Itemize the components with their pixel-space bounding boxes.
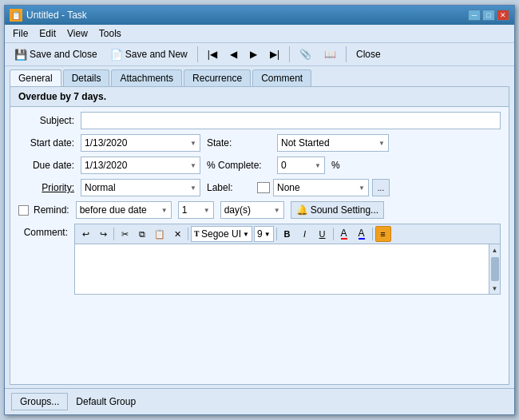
- paste-button[interactable]: 📋: [152, 226, 168, 242]
- remind-unit-arrow: ▼: [274, 207, 280, 214]
- save-new-icon: 📄: [110, 48, 123, 61]
- redo-button[interactable]: ↪: [95, 226, 111, 242]
- addressbook-button[interactable]: 📖: [319, 46, 341, 62]
- close-toolbar-label: Close: [356, 49, 381, 60]
- menu-view[interactable]: View: [62, 26, 93, 41]
- toolbar-sep-2: [289, 46, 290, 62]
- label-arrow: ▼: [359, 184, 365, 192]
- align-button[interactable]: ≡: [375, 226, 391, 242]
- sound-label: Sound Setting...: [311, 204, 378, 216]
- italic-button[interactable]: I: [297, 226, 313, 242]
- start-date-arrow: ▼: [190, 140, 196, 147]
- remind-unit-dropdown[interactable]: day(s) ▼: [220, 201, 284, 219]
- font-name-arrow: ▼: [243, 231, 249, 238]
- tab-recurrence[interactable]: Recurrence: [184, 69, 251, 86]
- remind-before-value: before due date: [80, 204, 147, 216]
- font-color-button[interactable]: A: [336, 226, 352, 242]
- nav-prev-button[interactable]: ◀: [225, 46, 242, 62]
- undo-button[interactable]: ↩: [77, 226, 93, 242]
- form-area: Subject: Start date: 1/13/2020 ▼ State: …: [10, 107, 509, 224]
- font-name-dropdown[interactable]: 𝐓 Segoe UI ▼: [191, 226, 252, 242]
- nav-last-icon: ▶|: [270, 49, 279, 60]
- scroll-up-button[interactable]: ▲: [489, 244, 501, 256]
- editor-sep-3: [276, 228, 277, 240]
- comment-label-row: Comment: ↩ ↪ ✂ ⧉ 📋 ✕ 𝐓 Segoe: [18, 224, 501, 381]
- save-close-button[interactable]: 💾 Save and Close: [10, 46, 102, 63]
- font-size-dropdown[interactable]: 9 ▼: [254, 226, 274, 242]
- content-area: Overdue by 7 days. Subject: Start date: …: [10, 86, 509, 385]
- nav-first-button[interactable]: |◀: [203, 46, 222, 62]
- remind-row: Remind: before due date ▼ 1 ▼ day(s) ▼ 🔔…: [18, 201, 501, 219]
- scrollbar[interactable]: ▲ ▼: [489, 244, 500, 294]
- priority-value: Normal: [85, 182, 116, 193]
- save-new-button[interactable]: 📄 Save and New: [105, 46, 192, 63]
- start-date-value: 1/13/2020: [85, 137, 127, 149]
- comment-label: Comment:: [18, 224, 68, 238]
- cut-button[interactable]: ✂: [117, 226, 133, 242]
- scroll-thumb[interactable]: [491, 257, 499, 281]
- label-box: None ▼ ...: [257, 179, 390, 196]
- label-value: None: [277, 182, 300, 193]
- title-bar: 📋 Untitled - Task ─ □ ✕: [5, 6, 514, 25]
- nav-next-button[interactable]: ▶: [245, 46, 262, 62]
- subject-row: Subject:: [18, 112, 501, 129]
- nav-prev-icon: ◀: [230, 49, 237, 60]
- scroll-down-button[interactable]: ▼: [489, 283, 501, 294]
- priority-arrow: ▼: [190, 184, 196, 192]
- priority-dropdown[interactable]: Normal ▼: [81, 179, 200, 196]
- start-date-dropdown[interactable]: 1/13/2020 ▼: [81, 134, 200, 152]
- menu-file[interactable]: File: [8, 26, 33, 41]
- title-controls: ─ □ ✕: [468, 10, 509, 21]
- bottom-bar: Groups... Default Group: [5, 388, 514, 414]
- tab-general[interactable]: General: [10, 69, 61, 86]
- state-label: State:: [207, 137, 271, 149]
- maximize-button[interactable]: □: [482, 10, 495, 21]
- save-new-label: Save and New: [125, 49, 188, 60]
- state-dropdown[interactable]: Not Started ▼: [277, 134, 389, 152]
- subject-input[interactable]: [81, 112, 501, 129]
- due-date-arrow: ▼: [190, 162, 196, 169]
- bold-button[interactable]: B: [279, 226, 295, 242]
- editor-sep-2: [188, 228, 188, 240]
- tab-comment[interactable]: Comment: [252, 69, 311, 86]
- pct-symbol: %: [331, 160, 340, 171]
- pct-dropdown[interactable]: 0 ▼: [277, 157, 325, 174]
- sound-setting-button[interactable]: 🔔 Sound Setting...: [291, 201, 384, 219]
- due-date-dropdown[interactable]: 1/13/2020 ▼: [81, 157, 200, 174]
- font-name-value: Segoe UI: [201, 228, 241, 240]
- remind-unit-value: day(s): [224, 204, 251, 216]
- priority-label-row: Priority: Normal ▼ Label: None ▼ ...: [18, 179, 501, 196]
- menu-edit[interactable]: Edit: [34, 26, 61, 41]
- remind-label: Remind:: [34, 204, 69, 216]
- save-close-label: Save and Close: [30, 49, 97, 60]
- nav-last-button[interactable]: ▶|: [265, 46, 284, 62]
- editor-body[interactable]: [75, 244, 489, 294]
- label-dropdown[interactable]: None ▼: [273, 179, 369, 196]
- menu-bar: File Edit View Tools: [5, 25, 514, 43]
- close-window-button[interactable]: ✕: [497, 10, 509, 21]
- nav-first-icon: |◀: [208, 49, 217, 60]
- groups-button[interactable]: Groups...: [11, 393, 68, 410]
- close-toolbar-button[interactable]: Close: [351, 46, 386, 62]
- editor-sep-5: [372, 228, 373, 240]
- delete-button[interactable]: ✕: [169, 226, 185, 242]
- tab-attachments[interactable]: Attachments: [111, 69, 182, 86]
- remind-checkbox[interactable]: [18, 205, 29, 216]
- highlight-button[interactable]: A: [354, 226, 370, 242]
- state-arrow: ▼: [378, 140, 385, 147]
- minimize-button[interactable]: ─: [468, 10, 481, 21]
- underline-button[interactable]: U: [315, 226, 331, 242]
- tab-details[interactable]: Details: [63, 69, 110, 86]
- comment-editor: ↩ ↪ ✂ ⧉ 📋 ✕ 𝐓 Segoe UI ▼: [74, 224, 501, 295]
- editor-toolbar: ↩ ↪ ✂ ⧉ 📋 ✕ 𝐓 Segoe UI ▼: [75, 224, 500, 244]
- menu-tools[interactable]: Tools: [94, 26, 126, 41]
- highlight-a: A: [359, 228, 365, 240]
- remind-num-dropdown[interactable]: 1 ▼: [178, 201, 214, 219]
- remind-num-value: 1: [182, 204, 188, 216]
- copy-button[interactable]: ⧉: [134, 226, 150, 242]
- attach-button[interactable]: 📎: [295, 46, 316, 62]
- remind-before-dropdown[interactable]: before due date ▼: [76, 201, 172, 219]
- label-dots-button[interactable]: ...: [372, 179, 390, 196]
- window-title: Untitled - Task: [26, 10, 87, 21]
- comment-section: Comment: ↩ ↪ ✂ ⧉ 📋 ✕ 𝐓 Segoe: [18, 224, 501, 381]
